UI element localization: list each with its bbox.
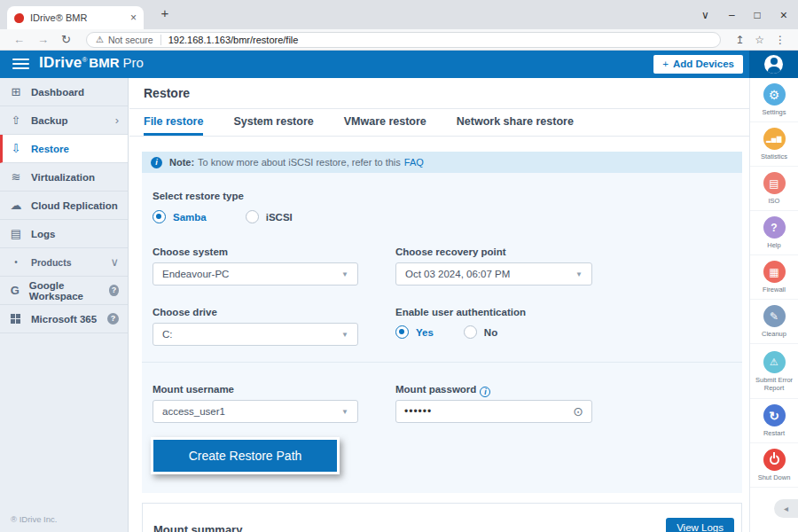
choose-system-dropdown[interactable]: Endeavour-PC ▼ — [153, 262, 358, 286]
rail-collapse-button[interactable]: ◂ — [774, 499, 798, 518]
left-sidebar: ⊞ Dashboard ⇧ Backup › ⇩ Restore ≋ Virtu… — [0, 78, 129, 532]
page-title: Restore — [129, 78, 749, 109]
sidebar-item-logs[interactable]: ▤ Logs — [0, 220, 128, 248]
dropdown-value: C: — [162, 329, 173, 340]
tab-network-share-restore[interactable]: Network share restore — [457, 109, 574, 136]
radio-dot — [395, 325, 409, 339]
mount-username-dropdown[interactable]: access_user1 ▼ — [153, 400, 358, 423]
dropdown-value: Oct 03 2024, 06:07 PM — [405, 269, 510, 279]
hamburger-menu-icon[interactable] — [12, 59, 29, 72]
choose-drive-dropdown[interactable]: C: ▼ — [153, 323, 358, 346]
address-bar[interactable]: ⚠ Not secure 192.168.1.163/bmr/restore/f… — [86, 32, 721, 48]
dashboard-icon: ⊞ — [9, 85, 23, 98]
window-controls: ∨ – □ × — [701, 0, 794, 29]
reload-icon[interactable]: ↻ — [61, 33, 71, 46]
radio-no[interactable]: No — [464, 325, 497, 339]
window-close-icon[interactable]: × — [780, 8, 787, 22]
show-password-eye-icon[interactable]: ⊙ — [573, 404, 583, 419]
sidebar-item-restore[interactable]: ⇩ Restore — [0, 135, 128, 163]
rail-label: Cleanup — [760, 330, 788, 338]
password-info-icon[interactable]: i — [480, 387, 490, 397]
browser-tab[interactable]: IDrive® BMR × — [7, 6, 144, 29]
browser-menu-icon[interactable]: ⋮ — [775, 34, 786, 46]
add-devices-button[interactable]: +Add Devices — [653, 55, 743, 74]
brand-reg: ® — [82, 56, 87, 64]
rail-item-settings[interactable]: ⚙ Settings — [750, 78, 798, 122]
url-text[interactable]: 192.168.1.163/bmr/restore/file — [160, 35, 299, 45]
tab-vmware-restore[interactable]: VMware restore — [344, 109, 426, 136]
note-banner: i Note: To know more about iSCSI restore… — [142, 152, 742, 173]
google-g-icon: G — [9, 284, 21, 297]
mount-username-label: Mount username — [153, 384, 234, 395]
restore-type-label: Select restore type — [153, 191, 244, 201]
new-tab-button[interactable]: + — [156, 5, 174, 20]
caret-down-icon: ▼ — [341, 408, 348, 416]
radio-dot — [246, 210, 259, 223]
browser-tab-strip: IDrive® BMR × + ∨ – □ × — [0, 0, 798, 29]
bookmark-star-icon[interactable]: ☆ — [755, 34, 764, 46]
form-divider — [142, 362, 742, 363]
sidebar-item-label: Backup — [31, 115, 68, 126]
firewall-icon: ▦ — [763, 261, 786, 283]
note-text: To know more about iSCSI restore, refer … — [198, 157, 401, 168]
cleanup-brush-icon: ✎ — [763, 305, 786, 327]
sidebar-item-products[interactable]: • Products ∨ — [0, 248, 128, 277]
rail-item-cleanup[interactable]: ✎ Cleanup — [750, 300, 798, 344]
not-secure-label[interactable]: Not secure — [108, 35, 160, 45]
window-maximize-icon[interactable]: □ — [755, 9, 761, 21]
radio-dot — [153, 210, 166, 223]
help-question-icon[interactable]: ? — [109, 285, 119, 296]
sidebar-item-dashboard[interactable]: ⊞ Dashboard — [0, 78, 128, 106]
radio-yes[interactable]: Yes — [395, 325, 434, 339]
sidebar-item-label: Dashboard — [31, 87, 84, 98]
rail-item-restart[interactable]: ↻ Restart — [750, 399, 798, 443]
sidebar-item-label: Virtualization — [31, 172, 95, 183]
rail-label: Restart — [762, 429, 786, 437]
rail-item-submit-error-report[interactable]: ⚠ Submit Error Report — [750, 344, 798, 399]
backup-icon: ⇧ — [9, 113, 23, 127]
idrive-bmr-pro-logo: IDrive®BMRPro — [39, 54, 144, 72]
radio-label: No — [484, 327, 497, 338]
recovery-point-dropdown[interactable]: Oct 03 2024, 06:07 PM ▼ — [395, 262, 592, 286]
radio-label: Yes — [416, 327, 434, 338]
idrive-copyright: ® IDrive Inc. — [11, 514, 57, 524]
rail-label: Settings — [760, 108, 787, 116]
tab-system-restore[interactable]: System restore — [233, 109, 313, 136]
sidebar-item-google-workspace[interactable]: G Google Workspace ? — [0, 277, 128, 305]
tab-close-icon[interactable]: × — [130, 12, 137, 24]
help-question-icon[interactable]: ? — [107, 313, 119, 325]
view-logs-button[interactable]: View Logs — [666, 518, 734, 532]
error-warning-icon: ⚠ — [763, 351, 786, 373]
restore-tabs: File restore System restore VMware resto… — [129, 109, 749, 137]
faq-link[interactable]: FAQ — [404, 157, 424, 168]
sidebar-item-virtualization[interactable]: ≋ Virtualization — [0, 163, 128, 192]
brand-idrive: IDrive — [39, 54, 82, 71]
radio-iscsi[interactable]: iSCSI — [246, 210, 293, 223]
share-icon[interactable]: ↥ — [735, 34, 744, 46]
window-chevron-icon[interactable]: ∨ — [701, 9, 709, 21]
sidebar-item-backup[interactable]: ⇧ Backup › — [0, 106, 128, 135]
create-restore-path-button[interactable]: Create Restore Path — [151, 437, 340, 474]
back-icon[interactable]: ← — [13, 33, 25, 46]
plus-icon: + — [662, 59, 669, 69]
sidebar-item-cloud-replication[interactable]: ☁ Cloud Replication — [0, 192, 128, 220]
radio-samba[interactable]: Samba — [153, 210, 207, 223]
cloud-icon: ☁ — [9, 199, 23, 212]
radio-label: iSCSI — [266, 212, 293, 223]
tab-title: IDrive® BMR — [30, 12, 125, 23]
forward-icon[interactable]: → — [37, 33, 49, 46]
info-icon: i — [151, 157, 162, 168]
sidebar-item-microsoft-365[interactable]: Microsoft 365 ? — [0, 305, 128, 333]
rail-item-firewall[interactable]: ▦ Firewall — [750, 255, 798, 300]
rail-item-help[interactable]: ? Help — [750, 211, 798, 255]
mount-password-field[interactable]: •••••• ⊙ — [395, 400, 592, 423]
rail-item-iso[interactable]: ▤ ISO — [750, 167, 798, 211]
rail-item-shut-down[interactable]: Shut Down — [750, 443, 798, 488]
auth-radios: Yes No — [395, 325, 497, 339]
restore-icon: ⇩ — [9, 142, 23, 155]
window-minimize-icon[interactable]: – — [729, 9, 735, 21]
rail-item-statistics[interactable]: ▂▅▇ Statistics — [750, 122, 798, 167]
recovery-point-label: Choose recovery point — [395, 246, 506, 257]
tab-file-restore[interactable]: File restore — [144, 109, 203, 136]
user-menu-button[interactable] — [749, 51, 798, 78]
